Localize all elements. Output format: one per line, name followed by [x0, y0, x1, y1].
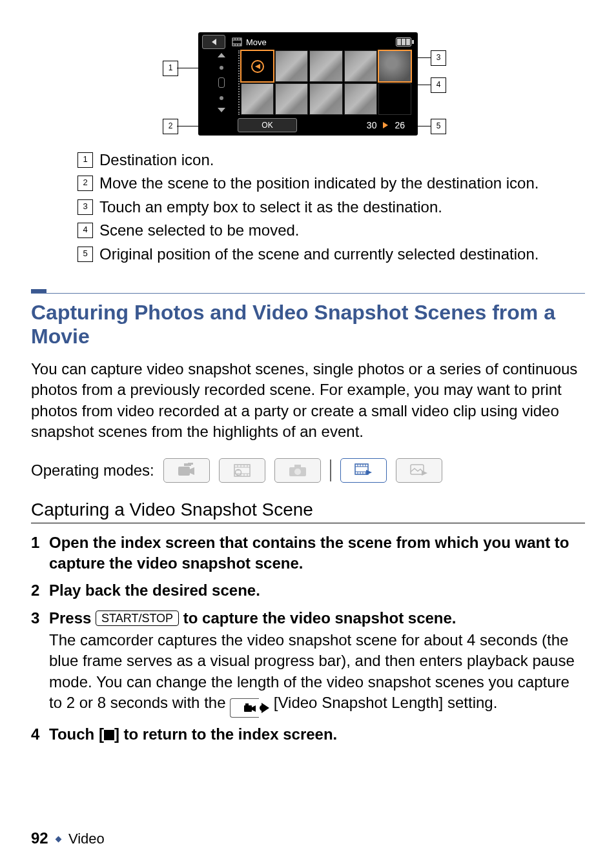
- scroll-down-icon: [218, 108, 225, 112]
- svg-marker-45: [252, 705, 256, 712]
- step-3: 3 Press START/STOP to capture the video …: [31, 608, 585, 718]
- camera-screen: Move: [198, 32, 418, 136]
- operating-modes-row: Operating modes:: [31, 458, 585, 483]
- legend-item: 2 Move the scene to the position indicat…: [77, 173, 588, 194]
- svg-rect-28: [294, 465, 301, 468]
- callout-3: 3: [431, 50, 446, 66]
- legend-number: 4: [77, 223, 93, 238]
- film-icon: [234, 464, 251, 477]
- step-head: Open the index screen that contains the …: [49, 532, 585, 574]
- section-title: Capturing Photos and Video Snapshot Scen…: [31, 301, 585, 348]
- destination-icon: [251, 59, 265, 74]
- movie-icon: [232, 37, 242, 46]
- step-number: 4: [31, 724, 49, 745]
- arrow-right-icon: [383, 122, 388, 128]
- photo-play-icon: [410, 464, 428, 477]
- legend-number: 1: [77, 152, 93, 168]
- callout-5: 5: [431, 119, 446, 134]
- section-intro: You can capture video snapshot scenes, s…: [31, 359, 585, 443]
- scroll-up-icon: [218, 53, 225, 57]
- svg-marker-12: [190, 467, 194, 475]
- svg-point-29: [294, 469, 301, 475]
- operating-modes-label: Operating modes:: [31, 461, 154, 479]
- mode-photo-play: [396, 458, 442, 483]
- footer-diamond-icon: [55, 836, 61, 843]
- legend-text: Scene selected to be moved.: [99, 220, 588, 241]
- thumbnail-grid: [205, 50, 411, 115]
- chevron-right-icon: [262, 703, 269, 713]
- legend-text: Touch an empty box to select it as the d…: [99, 197, 588, 217]
- scroll-dot-icon: [220, 96, 223, 100]
- screen-header: Move: [198, 35, 418, 49]
- legend-item: 3 Touch an empty box to select it as the…: [77, 197, 588, 217]
- screen-footer: OK 30 26: [198, 117, 418, 133]
- mode-separator: [330, 459, 331, 481]
- legend-text: Original position of the scene and curre…: [99, 244, 588, 265]
- step-4: 4 Touch [] to return to the index screen…: [31, 724, 585, 745]
- legend-item: 5 Original position of the scene and cur…: [77, 244, 588, 265]
- step-1: 1 Open the index screen that contains th…: [31, 532, 585, 574]
- step-description: The camcorder captures the video snapsho…: [49, 630, 585, 718]
- scene-thumb[interactable]: [309, 83, 342, 115]
- step4-prefix: Touch [: [49, 725, 104, 743]
- legend-number: 3: [77, 199, 93, 215]
- scene-thumb[interactable]: [344, 50, 377, 82]
- camcorder-tab-icon: [243, 703, 256, 713]
- step-2: 2 Play back the desired scene.: [31, 580, 585, 601]
- move-figure: 1 2 3 4 5: [163, 32, 453, 136]
- step-head: Play back the desired scene.: [49, 580, 585, 601]
- step-head: Touch [] to return to the index screen.: [49, 724, 585, 745]
- ok-button[interactable]: OK: [238, 118, 297, 132]
- step3-before: Press: [49, 609, 96, 627]
- step-number: 2: [31, 580, 49, 601]
- scene-thumb-selected[interactable]: [378, 50, 411, 82]
- legend-number: 5: [77, 247, 93, 262]
- auto-icon: [177, 463, 196, 478]
- steps-list: 1 Open the index screen that contains th…: [31, 532, 585, 745]
- svg-marker-41: [366, 470, 372, 475]
- callout-4: 4: [431, 77, 446, 93]
- destination-slot[interactable]: [241, 50, 274, 82]
- svg-rect-46: [245, 703, 249, 705]
- step-number: 1: [31, 532, 49, 574]
- figure-wrapper: 1 2 3 4 5: [31, 32, 585, 136]
- index-scrollbar[interactable]: [205, 50, 240, 115]
- screen-title: Move: [246, 37, 267, 47]
- legend-number: 2: [77, 176, 93, 191]
- position-to: 26: [395, 120, 405, 130]
- mode-auto: [163, 458, 210, 483]
- scene-thumb[interactable]: [309, 50, 342, 82]
- step3-after: to capture the video snapshot scene.: [183, 609, 457, 627]
- scroll-knob-icon: [218, 77, 225, 88]
- mode-movie-play: [340, 458, 387, 483]
- step-head: Press START/STOP to capture the video sn…: [49, 608, 585, 629]
- menu-tab-icon: [230, 698, 259, 718]
- callout-1: 1: [163, 61, 178, 76]
- battery-icon: [396, 37, 414, 46]
- empty-slot[interactable]: [378, 83, 411, 115]
- back-arrow-icon: [212, 39, 216, 45]
- scene-thumb[interactable]: [275, 50, 308, 82]
- menu-path-icons: [230, 698, 269, 718]
- scene-thumb[interactable]: [344, 83, 377, 115]
- step-number: 3: [31, 608, 49, 718]
- mode-photo-rec: [274, 458, 321, 483]
- figure-legend: 1 Destination icon. 2 Move the scene to …: [77, 150, 588, 265]
- step3-desc-suffix: [Video Snapshot Length] setting.: [274, 694, 498, 711]
- legend-item: 1 Destination icon.: [77, 150, 588, 170]
- footer-section: Video: [68, 831, 105, 847]
- position-indicator: 30 26: [367, 120, 405, 130]
- legend-text: Move the scene to the position indicated…: [99, 173, 588, 194]
- svg-rect-44: [244, 705, 252, 712]
- film-play-icon: [354, 463, 373, 478]
- back-button[interactable]: [202, 35, 225, 49]
- subheading: Capturing a Video Snapshot Scene: [31, 500, 585, 523]
- page: 1 2 3 4 5: [0, 0, 616, 868]
- scene-thumb[interactable]: [241, 83, 274, 115]
- svg-rect-11: [178, 467, 190, 476]
- scene-thumb[interactable]: [275, 83, 308, 115]
- section-divider: [31, 288, 585, 294]
- page-footer: 92 Video: [31, 829, 105, 847]
- position-from: 30: [367, 120, 377, 130]
- svg-rect-14: [188, 463, 193, 465]
